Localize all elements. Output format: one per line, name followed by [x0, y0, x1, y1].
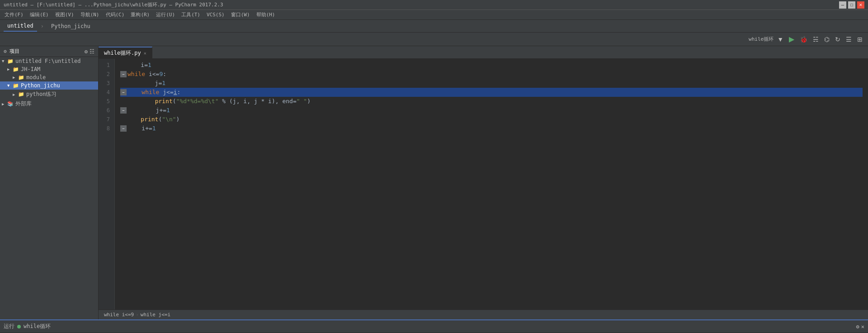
editor-tabs: while循环.py ✕ — [99, 46, 868, 59]
menu-item----h-[interactable]: 帮助(H) — [254, 10, 278, 19]
code-token: "%d*%d=%d\t" — [176, 97, 219, 106]
code-token: 1 — [166, 106, 170, 115]
fold-icon-8[interactable]: − — [120, 125, 127, 132]
minimize-window-button[interactable]: ─ — [839, 1, 846, 9]
code-token — [127, 115, 141, 124]
coverage-button[interactable]: ☵ — [811, 35, 821, 44]
sidebar-item-untitled[interactable]: ▼ 📁 untitled F:\untitled — [0, 57, 98, 65]
code-token: = — [158, 79, 162, 88]
project-tab-python-jichu[interactable]: Python_jichu — [47, 21, 94, 31]
close-window-button[interactable]: ✕ — [857, 1, 864, 9]
code-token: print — [141, 115, 158, 124]
code-line-2: − while i<=9: — [120, 70, 863, 79]
terminal-button[interactable]: ⊞ — [855, 35, 864, 44]
run-button[interactable]: ▶ — [787, 34, 796, 44]
code-line-4: − while j<=i: — [120, 88, 863, 97]
main-layout: ⚙ 项目 ⚙ ☷ ▼ 📁 untitled F:\untitled ▶ 📁 JH… — [0, 46, 868, 319]
tab-close-while[interactable]: ✕ — [144, 51, 146, 56]
menu-item----f-[interactable]: 文件(F) — [2, 10, 26, 19]
run-panel-config-name: while循环 — [24, 323, 51, 330]
sidebar-item-label-python-practice: python练习 — [26, 90, 57, 98]
tree-arrow-external-libs: ▶ — [2, 102, 7, 106]
sidebar-item-jh-iam[interactable]: ▶ 📁 JH-IAM — [0, 65, 98, 73]
line-num-7: 7 — [99, 115, 113, 124]
maximize-window-button[interactable]: □ — [848, 1, 855, 9]
code-line-3: j=1 — [120, 79, 863, 88]
code-token: "\n" — [162, 115, 176, 124]
folder-icon-untitled: 📁 — [7, 58, 14, 64]
code-token: : — [163, 70, 166, 79]
editor-breadcrumb: while i<=9 › while j<=i — [99, 309, 868, 319]
sidebar-item-label-module: module — [26, 74, 46, 81]
fold-icon-4[interactable]: − — [120, 89, 127, 95]
code-token: 1 — [152, 124, 156, 133]
menu-item----w-[interactable]: 窗口(W) — [228, 10, 253, 19]
menu-item-vcs-s-[interactable]: VCS(S) — [204, 11, 227, 19]
code-token: ) — [176, 115, 180, 124]
code-token: while — [127, 70, 145, 79]
line-num-8: 8 — [99, 124, 113, 133]
code-line-7: print("\n") — [120, 115, 863, 124]
code-token — [127, 88, 142, 97]
layout-button[interactable]: ☰ — [844, 35, 854, 44]
line-num-1: 1 — [99, 61, 113, 70]
code-line-6: − j+=1 — [120, 106, 863, 115]
menu-item----n-[interactable]: 导航(N) — [78, 10, 102, 19]
sidebar-settings-icon[interactable]: ⚙ — [85, 48, 88, 55]
profile-button[interactable]: ⌬ — [822, 35, 831, 44]
code-token: ( — [173, 97, 176, 106]
fold-icon-2[interactable]: − — [120, 71, 127, 77]
menu-item----r-[interactable]: 重构(R) — [128, 10, 152, 19]
debug-button[interactable]: 🐞 — [798, 35, 809, 44]
tree-arrow-python-practice: ▶ — [13, 92, 18, 97]
code-token: j — [159, 88, 166, 97]
line-num-2: 2 — [99, 70, 113, 79]
sidebar-layout-icon[interactable]: ☷ — [90, 48, 94, 55]
run-config-label: while循环 — [749, 36, 774, 43]
menu-item----u-[interactable]: 运行(U) — [153, 10, 178, 19]
sidebar-item-module[interactable]: ▶ 📁 module — [0, 73, 98, 81]
update-button[interactable]: ↻ — [833, 35, 842, 44]
breadcrumb-part-2[interactable]: while j<=i — [141, 312, 170, 318]
menu-item----v-[interactable]: 视图(V) — [52, 10, 77, 19]
run-panel-title-left: 运行 while循环 — [4, 323, 51, 330]
title-bar: untitled – [F:\untitled] – ...Python_jic… — [0, 0, 868, 10]
code-token: i — [127, 124, 145, 133]
menu-item----c-[interactable]: 代码(C) — [103, 10, 127, 19]
title-text: untitled – [F:\untitled] – ...Python_jic… — [4, 1, 223, 8]
code-token: i — [145, 70, 152, 79]
sidebar-item-external-libs[interactable]: ▶ 📚 外部库 — [0, 99, 98, 109]
code-token: : — [177, 88, 181, 97]
code-line-8: − i+=1 — [120, 124, 863, 133]
sidebar-item-label-external-libs: 外部库 — [15, 100, 32, 108]
line-num-6: 6 — [99, 106, 113, 115]
breadcrumb-separator: › — [136, 312, 139, 318]
sidebar-item-label-untitled: untitled F:\untitled — [15, 58, 81, 64]
code-token: j — [127, 79, 158, 88]
run-panel-label: 运行 — [4, 323, 14, 330]
breadcrumb-sep: › — [41, 23, 44, 29]
sidebar-item-python-jichu[interactable]: ▼ 📁 Python_jichu — [0, 81, 98, 90]
code-content[interactable]: i=1 − while i<=9: j=1 − while j<=i: — [115, 59, 868, 309]
project-tab-untitled[interactable]: untitled — [4, 21, 37, 32]
project-tab-bar: untitled › Python_jichu — [0, 20, 868, 33]
fold-icon-6[interactable]: − — [120, 107, 127, 114]
tree-arrow-untitled: ▼ — [2, 59, 7, 63]
menu-item----e-[interactable]: 编辑(E) — [27, 10, 52, 19]
sidebar-item-python-practice[interactable]: ▶ 📁 python练习 — [0, 90, 98, 99]
code-token: " " — [297, 97, 307, 106]
menu-item----t-[interactable]: 工具(T) — [179, 10, 203, 19]
code-token: = — [144, 61, 148, 70]
run-close-icon[interactable]: ✕ — [861, 323, 864, 330]
run-config-dropdown[interactable]: ▼ — [775, 35, 785, 44]
code-token: while — [142, 88, 159, 97]
folder-icon-module: 📁 — [18, 75, 24, 81]
run-settings-icon[interactable]: ⚙ — [856, 323, 859, 330]
code-token: j — [127, 106, 159, 115]
breadcrumb-part-1[interactable]: while i<=9 — [104, 312, 134, 318]
tree-arrow-jh-iam: ▶ — [7, 67, 13, 71]
code-token: ( — [158, 115, 162, 124]
editor-tab-while[interactable]: while循环.py ✕ — [99, 47, 152, 58]
line-num-5: 5 — [99, 97, 113, 106]
lib-icon-external: 📚 — [7, 101, 14, 107]
